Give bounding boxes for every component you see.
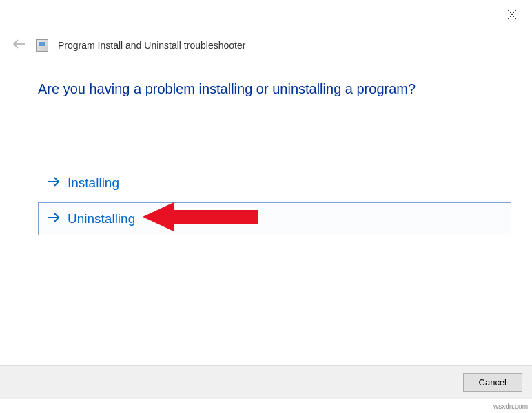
option-uninstalling[interactable]: Uninstalling — [38, 202, 511, 235]
option-installing[interactable]: Installing — [38, 167, 511, 200]
watermark: wsxdn.com — [493, 403, 528, 410]
option-label: Installing — [68, 176, 119, 191]
close-icon — [507, 10, 517, 19]
options-list: Installing Uninstalling — [38, 167, 511, 238]
option-label: Uninstalling — [68, 211, 135, 226]
arrow-right-icon — [47, 211, 61, 226]
footer-bar: Cancel — [0, 365, 532, 399]
cancel-button[interactable]: Cancel — [463, 373, 522, 392]
window-title: Program Install and Uninstall troublesho… — [58, 40, 245, 51]
header: Program Install and Uninstall troublesho… — [12, 39, 245, 52]
arrow-right-icon — [47, 176, 61, 191]
question-heading: Are you having a problem installing or u… — [38, 81, 416, 97]
back-button[interactable] — [12, 39, 26, 52]
close-button[interactable] — [507, 10, 518, 21]
app-icon — [36, 39, 48, 52]
back-arrow-icon — [12, 39, 26, 50]
